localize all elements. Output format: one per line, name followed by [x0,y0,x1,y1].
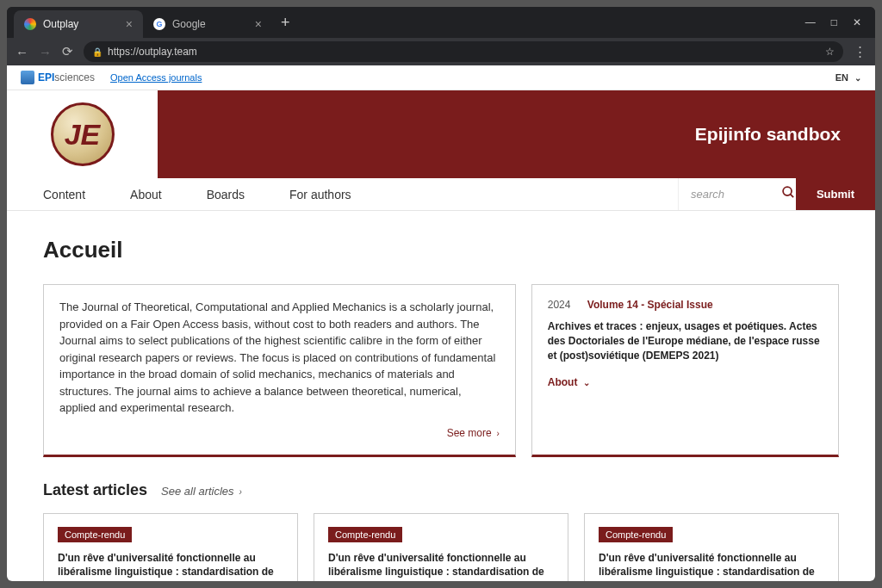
svg-point-0 [783,187,792,195]
menu-boards[interactable]: Boards [184,188,267,201]
brand-prefix: EPI [38,71,54,84]
brand-suffix: sciences [54,71,95,84]
see-more-label: See more [447,427,492,439]
volume-about-link[interactable]: About ⌄ [548,376,590,388]
main-menu: Content About Boards For authors search … [7,178,875,211]
star-icon[interactable]: ☆ [825,46,835,58]
url-input[interactable]: 🔒 https://outplay.team ☆ [84,41,843,62]
browser-tab-google[interactable]: G Google × [143,10,272,38]
article-badge: Compte-rendu [599,527,673,542]
banner-title-area: Epijinfo sandbox [158,90,875,178]
address-bar: ← → ⟳ 🔒 https://outplay.team ☆ ⋮ [7,38,875,65]
chevron-down-icon: ⌄ [854,73,861,83]
article-badge: Compte-rendu [58,527,132,542]
chevron-right-icon: › [494,429,500,438]
article-badge: Compte-rendu [328,527,402,542]
tab-title: Google [172,18,206,30]
browser-window: Outplay × G Google × + — □ ✕ ← → ⟳ 🔒 htt… [7,7,875,581]
volume-link[interactable]: Volume 14 - Spécial Issue [587,299,713,311]
article-card[interactable]: Compte-rendu D'un rêve d'universalité fo… [43,513,298,582]
chevron-right-icon: › [237,487,242,497]
back-icon[interactable]: ← [16,45,28,59]
latest-heading: Latest articles [43,481,147,499]
forward-icon[interactable]: → [39,45,52,59]
lang-label: EN [835,72,848,83]
url-text: https://outplay.team [108,46,197,58]
menu-icon[interactable]: ⋮ [854,44,866,59]
volume-card: 2024 Volume 14 - Spécial Issue Archives … [531,284,839,457]
search-placeholder: search [691,188,724,201]
latest-articles-header: Latest articles See all articles › [43,481,839,499]
menu-for-authors[interactable]: For authors [267,188,374,201]
article-title: D'un rêve d'universalité fonctionnelle a… [328,551,554,582]
article-card[interactable]: Compte-rendu D'un rêve d'universalité fo… [314,513,568,582]
close-icon[interactable]: × [255,17,262,31]
search-box[interactable]: search [678,178,781,210]
article-title: D'un rêve d'universalité fonctionnelle a… [58,551,283,582]
browser-tab-outplay[interactable]: Outplay × [14,10,143,38]
page-title: Accueil [43,237,839,263]
open-access-link[interactable]: Open Access journals [110,72,202,83]
see-all-articles-link[interactable]: See all articles › [161,485,242,498]
maximize-icon[interactable]: □ [831,16,837,28]
new-tab-button[interactable]: + [272,14,299,32]
article-title: D'un rêve d'universalité fonctionnelle a… [599,551,824,582]
intro-body: The Journal of Theoretical, Computationa… [59,299,500,417]
top-utility-bar: EPIsciences Open Access journals EN ⌄ [7,65,875,90]
submit-button[interactable]: Submit [796,178,875,210]
main-content: Accueil The Journal of Theoretical, Comp… [7,211,875,581]
about-label: About [548,376,578,388]
svg-line-1 [791,195,794,198]
close-icon[interactable]: × [126,17,133,31]
menu-about[interactable]: About [108,188,184,201]
site-title: Epijinfo sandbox [695,124,841,145]
lock-icon: 🔒 [92,47,102,57]
tab-favicon: G [153,18,165,30]
article-carousel: Compte-rendu D'un rêve d'universalité fo… [43,513,839,582]
menu-content[interactable]: Content [43,188,108,201]
intro-row: The Journal of Theoretical, Computationa… [43,284,839,457]
see-all-label: See all articles [161,485,234,498]
close-window-icon[interactable]: ✕ [853,16,861,28]
volume-title: Archives et traces : enjeux, usages et p… [548,319,823,362]
chevron-down-icon: ⌄ [583,378,590,387]
site-banner: JE Epijinfo sandbox [7,90,875,178]
tab-bar: Outplay × G Google × + — □ ✕ [7,7,875,38]
logo-letters: JE [65,118,101,152]
language-switcher[interactable]: EN ⌄ [835,72,861,83]
volume-year: 2024 [548,299,571,311]
article-card[interactable]: Compte-rendu D'un rêve d'universalité fo… [584,513,839,582]
logo-container: JE [7,90,158,178]
episciences-logo[interactable]: EPIsciences [21,71,95,84]
tab-title: Outplay [43,18,78,30]
page-content: EPIsciences Open Access journals EN ⌄ JE… [7,65,875,581]
site-logo[interactable]: JE [51,102,115,166]
reload-icon[interactable]: ⟳ [62,44,73,59]
journal-intro-card: The Journal of Theoretical, Computationa… [43,284,516,457]
tab-favicon [24,18,36,30]
window-controls: — □ ✕ [805,16,868,28]
see-more-link[interactable]: See more › [59,425,500,441]
search-icon[interactable] [781,185,796,203]
episciences-icon [21,71,34,84]
minimize-icon[interactable]: — [805,16,816,28]
